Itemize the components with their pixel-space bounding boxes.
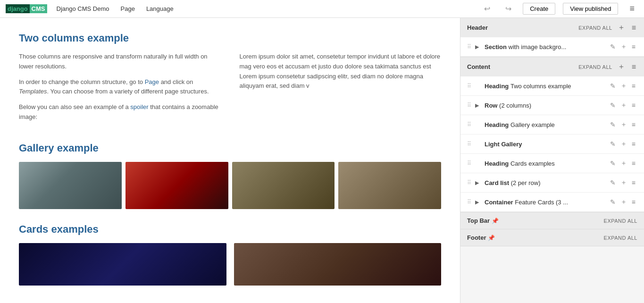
gallery-img-3[interactable] [232,162,335,209]
content-add-button[interactable]: ＋ [616,62,627,72]
gallery-img-1[interactable] [19,162,122,209]
footer-pin-icon: 📌 [488,235,495,241]
topbar-expand-all[interactable]: EXPAND ALL [604,218,637,224]
col2-text: Lorem ipsum dolor sit amet, consetetur t… [240,52,442,128]
topbar-section-header: Top Bar 📌 EXPAND ALL [460,212,644,229]
footer-section-header: Footer 📌 EXPAND ALL [460,229,644,246]
brand-cms: CMS [30,4,47,13]
item-actions-heading-cards: ✎ ＋ ≡ [608,158,637,168]
header-menu-button[interactable]: ≡ [630,24,637,32]
add-card-list[interactable]: ＋ [619,177,629,188]
edit-heading-two-columns[interactable]: ✎ [608,81,618,91]
drag-handle-row-2-columns[interactable]: ⠿ [467,102,471,109]
card-img-1[interactable] [19,243,226,286]
drag-handle-container-feature[interactable]: ⠿ [467,199,471,205]
content-expand-all[interactable]: EXPAND ALL [578,64,612,70]
language-menu[interactable]: Language [144,4,176,13]
arrow-section-image[interactable]: ▶ [475,44,482,50]
col1-text: Those columns are responsive and transfo… [19,52,221,128]
spoiler-link[interactable]: spoiler [130,103,148,110]
drag-handle-section-image[interactable]: ⠿ [467,43,471,50]
item-actions-card-list: ✎ ＋ ≡ [608,177,637,188]
page-link[interactable]: Page [145,78,159,85]
undo-button[interactable]: ↩ [480,2,494,15]
item-label-section-image: Section with image backgro... [485,43,605,50]
menu-heading-two-columns[interactable]: ≡ [630,81,637,91]
sidebar-item-row-2-columns[interactable]: ⠿ ▶ Row (2 columns) ✎ ＋ ≡ [460,96,644,115]
arrow-card-list[interactable]: ▶ [475,180,482,186]
sidebar-topbar-section: Top Bar 📌 EXPAND ALL [460,212,644,229]
menu-container-feature[interactable]: ≡ [630,197,637,207]
item-actions-light-gallery: ✎ ＋ ≡ [608,139,637,149]
edit-light-gallery[interactable]: ✎ [608,139,618,149]
menu-light-gallery[interactable]: ≡ [630,139,637,149]
col1-p3: Below you can also see an example of a s… [19,102,221,122]
view-published-button[interactable]: View published [563,3,618,15]
header-add-button[interactable]: ＋ [616,23,627,33]
edit-row-2-columns[interactable]: ✎ [608,101,618,110]
drag-handle-light-gallery[interactable]: ⠿ [467,141,471,147]
edit-heading-gallery[interactable]: ✎ [608,120,618,129]
sidebar-header-section: Header EXPAND ALL ＋ ≡ ⠿ ▶ Section with i… [460,18,644,57]
footer-expand-all[interactable]: EXPAND ALL [604,235,637,241]
sidebar-content-section: Content EXPAND ALL ＋ ≡ ⠿ ▶ Heading Two c… [460,57,644,212]
add-row-2-columns[interactable]: ＋ [619,100,629,110]
create-button[interactable]: Create [523,3,555,15]
top-navigation: djangoCMS Django CMS Demo Page Language … [0,0,644,18]
brand-logo[interactable]: djangoCMS [6,4,47,13]
menu-card-list[interactable]: ≡ [630,178,637,187]
header-expand-all[interactable]: EXPAND ALL [578,25,612,31]
col1-p2-text: In order to change the column structure,… [19,78,145,85]
item-label-heading-gallery: Heading Gallery example [485,121,605,128]
arrow-row-2-columns[interactable]: ▶ [475,102,482,109]
drag-handle-heading-two-columns[interactable]: ⠿ [467,83,471,89]
gallery-img-2[interactable] [125,162,228,209]
edit-card-list[interactable]: ✎ [608,178,618,187]
topbar-pin-icon: 📌 [492,218,499,224]
add-heading-two-columns[interactable]: ＋ [619,81,629,91]
add-heading-cards[interactable]: ＋ [619,158,629,168]
add-container-feature[interactable]: ＋ [619,197,629,207]
menu-row-2-columns[interactable]: ≡ [630,101,637,110]
col2-lorem: Lorem ipsum dolor sit amet, consetetur t… [240,52,442,91]
add-section-image[interactable]: ＋ [619,42,629,52]
cms-sidebar: Header EXPAND ALL ＋ ≡ ⠿ ▶ Section with i… [460,18,644,303]
cards-grid [19,243,441,286]
drag-handle-card-list[interactable]: ⠿ [467,179,471,186]
item-actions-container-feature: ✎ ＋ ≡ [608,197,637,207]
edit-section-image[interactable]: ✎ [608,42,618,51]
sidebar-item-container-feature[interactable]: ⠿ ▶ Container Feature Cards (3 ... ✎ ＋ ≡ [460,193,644,212]
sidebar-item-card-list[interactable]: ⠿ ▶ Card list (2 per row) ✎ ＋ ≡ [460,173,644,193]
topbar-section-title: Top Bar 📌 [467,217,600,224]
drag-handle-heading-cards[interactable]: ⠿ [467,160,471,167]
page-menu[interactable]: Page [119,4,137,13]
gallery-img-4[interactable] [338,162,441,209]
menu-section-image[interactable]: ≡ [630,42,637,51]
add-light-gallery[interactable]: ＋ [619,139,629,149]
item-label-card-list: Card list (2 per row) [485,179,605,186]
hamburger-menu[interactable]: ≡ [626,2,638,16]
content-area: Two columns example Those columns are re… [0,18,460,303]
sidebar-item-heading-gallery[interactable]: ⠿ ▶ Heading Gallery example ✎ ＋ ≡ [460,115,644,135]
edit-container-feature[interactable]: ✎ [608,197,618,207]
sidebar-item-heading-cards[interactable]: ⠿ ▶ Heading Cards examples ✎ ＋ ≡ [460,154,644,173]
drag-handle-heading-gallery[interactable]: ⠿ [467,121,471,128]
sidebar-item-section-image[interactable]: ⠿ ▶ Section with image backgro... ✎ ＋ ≡ [460,37,644,57]
item-actions-row-2-columns: ✎ ＋ ≡ [608,100,637,110]
item-label-heading-two-columns: Heading Two columns example [485,83,605,90]
cards-heading: Cards examples [19,223,441,236]
redo-button[interactable]: ↪ [502,2,515,15]
menu-heading-gallery[interactable]: ≡ [630,120,637,129]
arrow-container-feature[interactable]: ▶ [475,199,482,205]
edit-heading-cards[interactable]: ✎ [608,159,618,168]
item-actions-heading-two-columns: ✎ ＋ ≡ [608,81,637,91]
content-menu-button[interactable]: ≡ [630,63,637,71]
col1-p1: Those columns are responsive and transfo… [19,52,221,72]
sidebar-item-light-gallery[interactable]: ⠿ ▶ Light Gallery ✎ ＋ ≡ [460,135,644,154]
sidebar-item-heading-two-columns[interactable]: ⠿ ▶ Heading Two columns example ✎ ＋ ≡ [460,76,644,96]
content-section-title: Content [467,63,575,70]
card-img-2[interactable] [234,243,442,286]
menu-heading-cards[interactable]: ≡ [630,159,637,168]
add-heading-gallery[interactable]: ＋ [619,119,629,130]
col1-p2: In order to change the column structure,… [19,77,221,97]
